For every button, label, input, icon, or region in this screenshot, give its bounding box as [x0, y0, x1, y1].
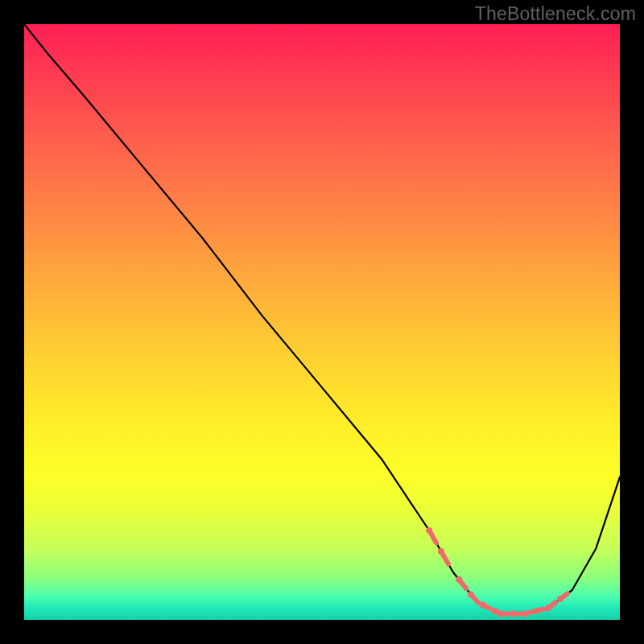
- marker-dot: [522, 611, 528, 617]
- marker-dot: [456, 576, 462, 583]
- marker-dot: [545, 605, 551, 611]
- marker-dot: [426, 527, 432, 534]
- plot-area: [24, 24, 620, 620]
- marker-dot: [533, 608, 539, 614]
- marker-dot: [510, 611, 516, 617]
- marker-dot: [497, 611, 504, 617]
- chart-frame: TheBottleneck.com: [0, 0, 644, 644]
- marker-dot: [557, 596, 564, 602]
- marker-dot: [438, 548, 444, 555]
- bottleneck-curve: [24, 24, 620, 620]
- flat-zone-markers: [426, 527, 568, 617]
- marker-dot: [480, 602, 486, 609]
- marker-dot: [492, 608, 498, 614]
- watermark-label: TheBottleneck.com: [475, 3, 636, 25]
- curve-line: [24, 24, 620, 614]
- marker-dot: [468, 592, 474, 598]
